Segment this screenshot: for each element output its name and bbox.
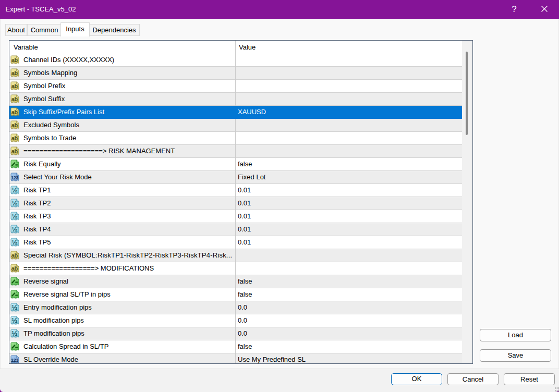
svg-text:123: 123 — [11, 175, 18, 180]
svg-text:ab: ab — [11, 83, 18, 89]
svg-text:½: ½ — [11, 316, 17, 324]
svg-text:½: ½ — [11, 212, 17, 220]
svg-text:ab: ab — [11, 70, 18, 76]
svg-text:ab: ab — [11, 122, 18, 128]
svg-text:123: 123 — [11, 358, 18, 363]
svg-text:ab: ab — [11, 265, 18, 272]
svg-text:½: ½ — [11, 199, 17, 207]
svg-text:ab: ab — [11, 252, 18, 259]
svg-text:½: ½ — [11, 225, 17, 233]
svg-text:ab: ab — [11, 57, 18, 63]
svg-text:½: ½ — [11, 186, 17, 194]
svg-text:½: ½ — [11, 329, 17, 337]
svg-text:ab: ab — [11, 135, 18, 141]
svg-text:ab: ab — [11, 109, 18, 115]
svg-text:½: ½ — [11, 238, 17, 246]
svg-text:ab: ab — [11, 148, 18, 154]
svg-text:ab: ab — [11, 96, 18, 102]
svg-text:½: ½ — [11, 303, 17, 311]
